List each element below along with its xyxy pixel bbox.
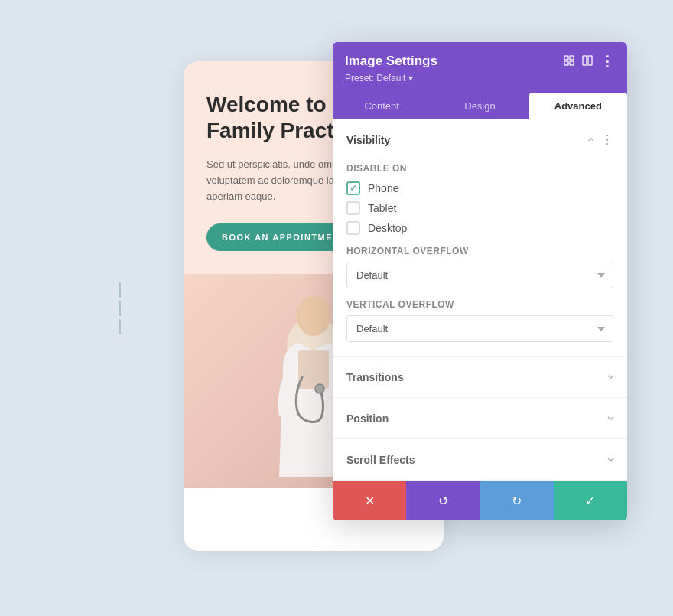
svg-rect-8 [583,56,587,65]
desktop-checkbox-row: Desktop [346,221,613,235]
phone-label: Phone [368,182,398,194]
scroll-effects-section-header[interactable]: Scroll Effects [333,439,627,480]
position-section-header[interactable]: Position [333,398,627,438]
drag-line [119,301,121,316]
transitions-section-title: Transitions [346,371,404,383]
visibility-section: Visibility ⋮ Disable on Phone Tablet [333,119,627,357]
fullscreen-icon[interactable] [564,55,574,68]
more-options-icon[interactable]: ⋮ [600,53,615,70]
tablet-checkbox[interactable] [346,201,360,215]
svg-rect-9 [588,56,592,65]
horizontal-overflow-select[interactable]: Default Hidden Visible Scroll Auto [346,262,613,288]
image-settings-modal: Image Settings ⋮ [333,42,627,520]
phone-checkbox-row: Phone [346,181,613,195]
svg-point-3 [315,384,324,393]
visibility-section-dots[interactable]: ⋮ [601,132,613,147]
svg-rect-4 [564,56,568,60]
tab-content[interactable]: Content [333,93,431,119]
horizontal-overflow-label: Horizontal Overflow [346,246,613,256]
transitions-expand-icon[interactable] [609,369,613,385]
modal-header: Image Settings ⋮ [333,42,627,93]
vertical-overflow-group: Vertical Overflow Default Hidden Visible… [346,299,613,342]
desktop-checkbox[interactable] [346,221,360,235]
modal-body: Visibility ⋮ Disable on Phone Tablet [333,119,627,481]
tablet-label: Tablet [368,202,396,214]
visibility-section-header-left: Visibility [346,134,390,146]
confirm-icon: ✓ [585,494,595,508]
cancel-icon: ✕ [365,494,375,508]
scroll-effects-expand-icon[interactable] [609,451,613,468]
svg-point-1 [297,296,330,336]
drag-line [119,319,121,334]
horizontal-overflow-group: Horizontal Overflow Default Hidden Visib… [346,246,613,288]
position-expand-icon[interactable] [609,410,613,426]
modal-preset[interactable]: Preset: Default ▾ [345,73,615,83]
svg-rect-7 [570,61,574,65]
svg-rect-5 [570,56,574,60]
redo-button[interactable]: ↻ [480,481,554,520]
transitions-section: Transitions [333,357,627,398]
svg-rect-2 [298,350,329,389]
reset-button[interactable]: ↺ [406,481,480,520]
modal-header-top: Image Settings ⋮ [345,53,615,70]
disable-on-label: Disable on [346,163,613,174]
cancel-button[interactable]: ✕ [333,481,406,520]
modal-tabs: Content Design Advanced [333,93,627,119]
modal-header-icons: ⋮ [564,53,615,70]
columns-icon[interactable] [582,55,593,68]
transitions-section-header[interactable]: Transitions [333,357,627,397]
vertical-overflow-label: Vertical Overflow [346,299,613,310]
position-section-title: Position [346,412,389,425]
visibility-collapse-icon[interactable] [589,132,593,148]
visibility-section-content: Disable on Phone Tablet Desktop Horizont… [333,160,627,356]
desktop-label: Desktop [368,222,407,234]
vertical-overflow-select[interactable]: Default Hidden Visible Scroll Auto [346,315,613,342]
visibility-section-header[interactable]: Visibility ⋮ [333,119,627,160]
svg-rect-6 [564,61,568,65]
phone-checkbox[interactable] [346,181,360,195]
confirm-button[interactable]: ✓ [554,481,627,520]
modal-footer: ✕ ↺ ↻ ✓ [333,481,627,520]
scroll-effects-section-title: Scroll Effects [346,454,415,466]
modal-title: Image Settings [345,54,437,69]
drag-handle[interactable] [119,282,121,334]
drag-line [119,282,121,298]
tab-advanced[interactable]: Advanced [529,93,627,119]
tablet-checkbox-row: Tablet [346,201,613,215]
redo-icon: ↻ [512,494,522,508]
tab-design[interactable]: Design [431,93,528,119]
position-section: Position [333,398,627,439]
scroll-effects-section: Scroll Effects [333,439,627,481]
reset-icon: ↺ [438,494,448,508]
visibility-section-title: Visibility [346,134,390,146]
